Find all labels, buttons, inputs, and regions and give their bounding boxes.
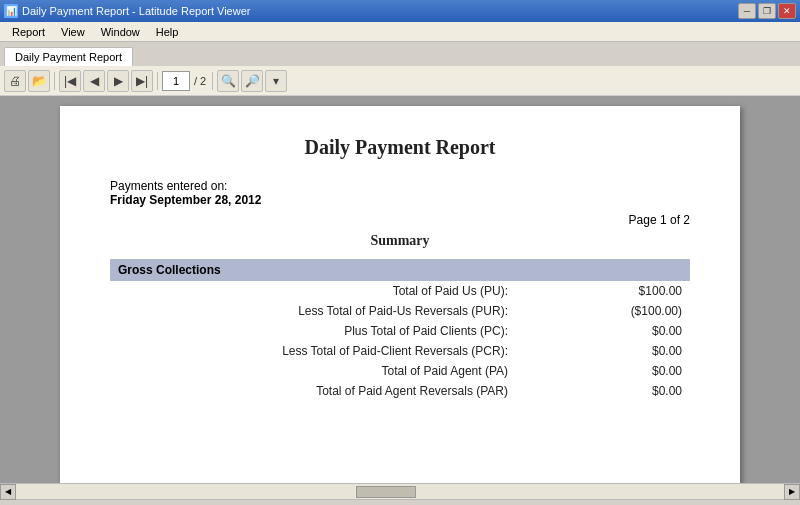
window-title: Daily Payment Report - Latitude Report V… bbox=[22, 5, 250, 17]
table-row: Plus Total of Paid Clients (PC):$0.00 bbox=[110, 321, 690, 341]
nav-first-button[interactable]: |◀ bbox=[59, 70, 81, 92]
toolbar: 🖨 📂 |◀ ◀ ▶ ▶| 1 / 2 🔍 🔎 ▾ bbox=[0, 66, 800, 96]
row-value: ($100.00) bbox=[516, 301, 690, 321]
zoom-out-button[interactable]: 🔎 bbox=[241, 70, 263, 92]
close-button[interactable]: ✕ bbox=[778, 3, 796, 19]
table-header-row: Gross Collections bbox=[110, 259, 690, 281]
row-label: Total of Paid Agent (PA) bbox=[110, 361, 516, 381]
toolbar-separator-1 bbox=[54, 72, 55, 90]
page-number-input[interactable]: 1 bbox=[162, 71, 190, 91]
table-header-cell: Gross Collections bbox=[110, 259, 690, 281]
menu-view[interactable]: View bbox=[53, 24, 93, 40]
title-bar-left: 📊 Daily Payment Report - Latitude Report… bbox=[4, 4, 250, 18]
row-label: Plus Total of Paid Clients (PC): bbox=[110, 321, 516, 341]
scroll-left-button[interactable]: ◀ bbox=[0, 484, 16, 500]
toolbar-separator-3 bbox=[212, 72, 213, 90]
nav-prev-button[interactable]: ◀ bbox=[83, 70, 105, 92]
payments-label: Payments entered on: bbox=[110, 179, 261, 193]
menu-help[interactable]: Help bbox=[148, 24, 187, 40]
app-icon: 📊 bbox=[4, 4, 18, 18]
summary-title: Summary bbox=[110, 233, 690, 249]
table-row: Total of Paid Agent Reversals (PAR)$0.00 bbox=[110, 381, 690, 401]
scroll-right-button[interactable]: ▶ bbox=[784, 484, 800, 500]
menu-window[interactable]: Window bbox=[93, 24, 148, 40]
title-bar: 📊 Daily Payment Report - Latitude Report… bbox=[0, 0, 800, 22]
row-value: $0.00 bbox=[516, 321, 690, 341]
open-button[interactable]: 📂 bbox=[28, 70, 50, 92]
report-page: Daily Payment Report Payments entered on… bbox=[60, 106, 740, 483]
table-row: Total of Paid Us (PU):$100.00 bbox=[110, 281, 690, 301]
menu-bar: Report View Window Help bbox=[0, 22, 800, 42]
report-scroll[interactable]: Daily Payment Report Payments entered on… bbox=[0, 96, 800, 483]
report-table: Gross Collections Total of Paid Us (PU):… bbox=[110, 259, 690, 401]
window-controls: ─ ❐ ✕ bbox=[738, 3, 796, 19]
row-value: $0.00 bbox=[516, 381, 690, 401]
report-meta: Payments entered on: Friday September 28… bbox=[110, 179, 690, 227]
minimize-button[interactable]: ─ bbox=[738, 3, 756, 19]
table-row: Less Total of Paid-Client Reversals (PCR… bbox=[110, 341, 690, 361]
table-row: Total of Paid Agent (PA)$0.00 bbox=[110, 361, 690, 381]
tab-daily-payment-report[interactable]: Daily Payment Report bbox=[4, 47, 133, 66]
nav-next-button[interactable]: ▶ bbox=[107, 70, 129, 92]
report-date: Friday September 28, 2012 bbox=[110, 193, 261, 207]
tab-bar: Daily Payment Report bbox=[0, 42, 800, 66]
print-button[interactable]: 🖨 bbox=[4, 70, 26, 92]
row-value: $0.00 bbox=[516, 341, 690, 361]
zoom-in-button[interactable]: 🔍 bbox=[217, 70, 239, 92]
page-info: Page 1 of 2 bbox=[629, 213, 690, 227]
menu-report[interactable]: Report bbox=[4, 24, 53, 40]
row-label: Total of Paid Agent Reversals (PAR) bbox=[110, 381, 516, 401]
restore-button[interactable]: ❐ bbox=[758, 3, 776, 19]
toolbar-separator-2 bbox=[157, 72, 158, 90]
report-title: Daily Payment Report bbox=[110, 136, 690, 159]
main-area: Daily Payment Report Payments entered on… bbox=[0, 96, 800, 483]
find-button[interactable]: ▾ bbox=[265, 70, 287, 92]
row-value: $0.00 bbox=[516, 361, 690, 381]
row-label: Less Total of Paid-Us Reversals (PUR): bbox=[110, 301, 516, 321]
bottom-scrollbar[interactable]: ◀ ▶ bbox=[0, 483, 800, 499]
page-total: / 2 bbox=[192, 75, 208, 87]
table-row: Less Total of Paid-Us Reversals (PUR):($… bbox=[110, 301, 690, 321]
bottom-scrollbar-thumb[interactable] bbox=[356, 486, 416, 498]
bottom-scrollbar-track bbox=[16, 485, 784, 499]
status-bar: Daily Payment Report - Daily Payment Rep… bbox=[0, 499, 800, 505]
nav-last-button[interactable]: ▶| bbox=[131, 70, 153, 92]
row-label: Less Total of Paid-Client Reversals (PCR… bbox=[110, 341, 516, 361]
row-label: Total of Paid Us (PU): bbox=[110, 281, 516, 301]
row-value: $100.00 bbox=[516, 281, 690, 301]
